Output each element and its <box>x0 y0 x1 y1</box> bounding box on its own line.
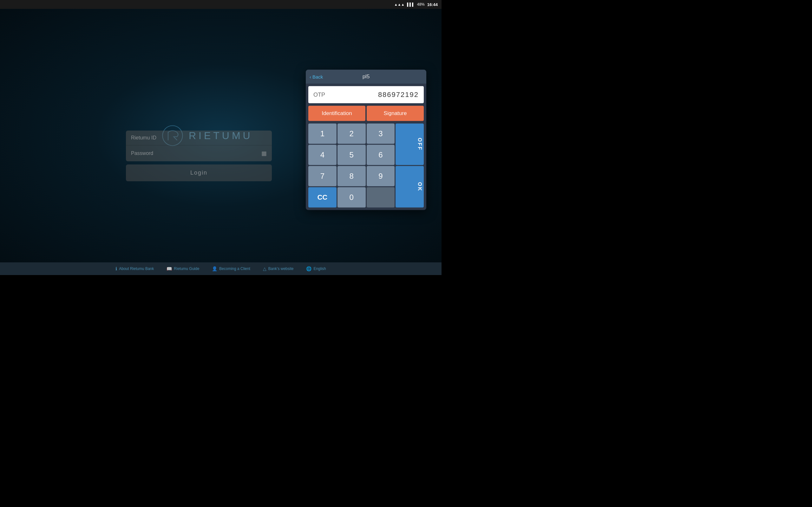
footer-language[interactable]: 🌐 English <box>306 266 326 271</box>
login-form: ▦ Login <box>126 130 272 181</box>
book-icon: 📖 <box>166 266 172 271</box>
numpad-3[interactable]: 3 <box>367 124 395 144</box>
password-field[interactable]: ▦ <box>126 146 272 161</box>
back-label: Back <box>312 74 323 79</box>
numpad-5[interactable]: 5 <box>338 145 366 165</box>
footer-about[interactable]: ℹ About Rietumu Bank <box>115 266 154 271</box>
numpad-9[interactable]: 9 <box>367 166 395 186</box>
otp-label: OTP <box>313 91 325 98</box>
signal-icon: ▌▌▌ <box>407 3 414 6</box>
triangle-icon: △ <box>263 266 266 271</box>
battery-indicator: 48% <box>417 2 425 7</box>
calculator-icon: ▦ <box>261 150 267 157</box>
numpad-8[interactable]: 8 <box>338 166 366 186</box>
numpad-2[interactable]: 2 <box>338 124 366 144</box>
footer-language-label: English <box>313 267 326 271</box>
numpad-cc[interactable]: CC <box>308 187 337 208</box>
footer-website[interactable]: △ Bank's website <box>263 266 294 271</box>
footer-client[interactable]: 👤 Becoming a Client <box>212 266 250 271</box>
numpad: 1 2 3 OFF 4 5 6 7 8 9 OK CC 0 <box>308 124 424 208</box>
person-icon: 👤 <box>212 266 217 271</box>
numpad-0[interactable]: 0 <box>338 187 366 208</box>
numpad-1[interactable]: 1 <box>308 124 337 144</box>
numpad-off[interactable]: OFF <box>396 124 424 165</box>
footer-guide[interactable]: 📖 Rietumu Guide <box>166 266 199 271</box>
rietumu-id-input[interactable] <box>131 135 267 141</box>
otp-header: ‹ Back pl5 <box>306 70 426 83</box>
signature-button[interactable]: Signature <box>367 106 424 121</box>
numpad-empty <box>367 187 395 208</box>
footer-client-label: Becoming a Client <box>219 267 250 271</box>
otp-panel: ‹ Back pl5 OTP 886972192 Identification … <box>306 70 426 210</box>
numpad-6[interactable]: 6 <box>367 145 395 165</box>
credentials-input-group: ▦ <box>126 130 272 161</box>
wifi-icon: ▲▲▲ <box>394 3 405 6</box>
panel-title: pl5 <box>362 73 370 80</box>
chevron-left-icon: ‹ <box>310 74 311 79</box>
back-button[interactable]: ‹ Back <box>310 74 323 79</box>
globe-icon: 🌐 <box>306 266 311 271</box>
info-icon: ℹ <box>115 266 117 271</box>
bottom-bar: ℹ About Rietumu Bank 📖 Rietumu Guide 👤 B… <box>0 262 442 275</box>
footer-guide-label: Rietumu Guide <box>174 267 199 271</box>
background: RIETUMU ▦ Login ‹ Back pl5 OTP 886972192 <box>0 9 442 262</box>
clock: 16:44 <box>427 2 438 7</box>
otp-value: 886972192 <box>378 91 419 99</box>
status-bar: ▲▲▲ ▌▌▌ 48% 16:44 <box>0 0 442 9</box>
footer-website-label: Bank's website <box>268 267 294 271</box>
mode-buttons: Identification Signature <box>308 106 424 121</box>
login-button[interactable]: Login <box>126 164 272 181</box>
otp-display: OTP 886972192 <box>308 86 424 103</box>
identification-button[interactable]: Identification <box>308 106 365 121</box>
footer-about-label: About Rietumu Bank <box>119 267 154 271</box>
numpad-ok[interactable]: OK <box>396 166 424 208</box>
rietumu-id-field[interactable] <box>126 130 272 146</box>
numpad-4[interactable]: 4 <box>308 145 337 165</box>
numpad-7[interactable]: 7 <box>308 166 337 186</box>
password-input[interactable] <box>131 151 261 156</box>
